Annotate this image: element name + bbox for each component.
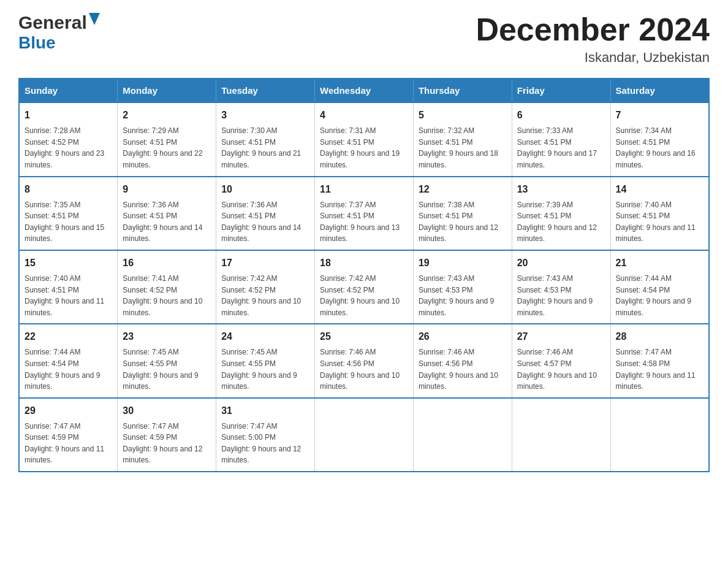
logo-blue-text: Blue	[18, 33, 56, 53]
day-of-week-header: Tuesday	[216, 79, 315, 102]
day-info: Sunrise: 7:42 AMSunset: 4:52 PMDaylight:…	[221, 273, 309, 318]
day-info: Sunrise: 7:44 AMSunset: 4:54 PMDaylight:…	[25, 347, 112, 392]
calendar-day-cell: 30Sunrise: 7:47 AMSunset: 4:59 PMDayligh…	[118, 398, 216, 472]
day-info: Sunrise: 7:35 AMSunset: 4:51 PMDaylight:…	[25, 199, 112, 245]
calendar-day-cell: 1Sunrise: 7:28 AMSunset: 4:52 PMDaylight…	[19, 102, 118, 176]
day-info: Sunrise: 7:47 AMSunset: 4:59 PMDaylight:…	[25, 421, 112, 466]
day-number: 20	[517, 256, 605, 270]
day-info: Sunrise: 7:42 AMSunset: 4:52 PMDaylight:…	[320, 273, 408, 318]
calendar-day-cell: 17Sunrise: 7:42 AMSunset: 4:52 PMDayligh…	[216, 250, 315, 324]
calendar-day-cell: 11Sunrise: 7:37 AMSunset: 4:51 PMDayligh…	[315, 177, 414, 250]
day-number: 11	[320, 182, 408, 197]
day-number: 5	[419, 108, 507, 123]
day-of-week-header: Thursday	[413, 79, 512, 102]
day-info: Sunrise: 7:45 AMSunset: 4:55 PMDaylight:…	[123, 347, 211, 392]
day-number: 14	[616, 182, 703, 197]
day-info: Sunrise: 7:30 AMSunset: 4:51 PMDaylight:…	[221, 125, 309, 170]
day-number: 3	[221, 108, 309, 123]
day-number: 26	[419, 329, 507, 344]
calendar-day-cell: 6Sunrise: 7:33 AMSunset: 4:51 PMDaylight…	[512, 102, 610, 176]
calendar-day-cell: 9Sunrise: 7:36 AMSunset: 4:51 PMDaylight…	[118, 177, 216, 250]
calendar-week-row: 29Sunrise: 7:47 AMSunset: 4:59 PMDayligh…	[19, 398, 709, 472]
day-info: Sunrise: 7:32 AMSunset: 4:51 PMDaylight:…	[419, 125, 507, 170]
day-info: Sunrise: 7:47 AMSunset: 4:58 PMDaylight:…	[616, 347, 703, 392]
title-section: December 2024 Iskandar, Uzbekistan	[476, 12, 710, 66]
calendar-day-cell: 4Sunrise: 7:31 AMSunset: 4:51 PMDaylight…	[315, 102, 414, 176]
day-info: Sunrise: 7:41 AMSunset: 4:52 PMDaylight:…	[123, 273, 211, 318]
day-info: Sunrise: 7:38 AMSunset: 4:51 PMDaylight:…	[419, 199, 507, 245]
day-info: Sunrise: 7:46 AMSunset: 4:56 PMDaylight:…	[419, 347, 507, 392]
day-info: Sunrise: 7:33 AMSunset: 4:51 PMDaylight:…	[517, 125, 605, 170]
day-number: 23	[123, 329, 211, 344]
calendar-day-cell: 26Sunrise: 7:46 AMSunset: 4:56 PMDayligh…	[413, 324, 512, 397]
day-info: Sunrise: 7:37 AMSunset: 4:51 PMDaylight:…	[320, 199, 408, 245]
day-number: 25	[320, 329, 408, 344]
calendar-day-cell: 22Sunrise: 7:44 AMSunset: 4:54 PMDayligh…	[19, 324, 118, 397]
day-number: 8	[25, 182, 112, 197]
calendar-day-cell: 3Sunrise: 7:30 AMSunset: 4:51 PMDaylight…	[216, 102, 315, 176]
day-number: 21	[616, 256, 703, 270]
calendar-day-cell: 8Sunrise: 7:35 AMSunset: 4:51 PMDaylight…	[19, 177, 118, 250]
day-info: Sunrise: 7:47 AMSunset: 5:00 PMDaylight:…	[221, 421, 309, 466]
day-info: Sunrise: 7:36 AMSunset: 4:51 PMDaylight:…	[221, 199, 309, 245]
calendar-week-row: 1Sunrise: 7:28 AMSunset: 4:52 PMDaylight…	[19, 102, 709, 176]
day-number: 6	[517, 108, 605, 123]
calendar-day-cell: 2Sunrise: 7:29 AMSunset: 4:51 PMDaylight…	[118, 102, 216, 176]
calendar-week-row: 22Sunrise: 7:44 AMSunset: 4:54 PMDayligh…	[19, 324, 709, 397]
day-number: 7	[616, 108, 703, 123]
day-number: 30	[123, 404, 211, 418]
day-info: Sunrise: 7:46 AMSunset: 4:56 PMDaylight:…	[320, 347, 408, 392]
calendar-day-cell: 28Sunrise: 7:47 AMSunset: 4:58 PMDayligh…	[610, 324, 709, 397]
calendar-day-cell: 18Sunrise: 7:42 AMSunset: 4:52 PMDayligh…	[315, 250, 414, 324]
day-number: 10	[221, 182, 309, 197]
calendar-week-row: 15Sunrise: 7:40 AMSunset: 4:51 PMDayligh…	[19, 250, 709, 324]
day-info: Sunrise: 7:44 AMSunset: 4:54 PMDaylight:…	[616, 273, 703, 318]
day-number: 16	[123, 256, 211, 270]
day-number: 13	[517, 182, 605, 197]
calendar-header-row: SundayMondayTuesdayWednesdayThursdayFrid…	[19, 79, 709, 102]
calendar-day-cell: 20Sunrise: 7:43 AMSunset: 4:53 PMDayligh…	[512, 250, 610, 324]
calendar-day-cell: 14Sunrise: 7:40 AMSunset: 4:51 PMDayligh…	[610, 177, 709, 250]
calendar-day-cell	[512, 398, 610, 472]
day-number: 2	[123, 108, 211, 123]
day-number: 15	[25, 256, 112, 270]
day-number: 27	[517, 329, 605, 344]
calendar-day-cell: 27Sunrise: 7:46 AMSunset: 4:57 PMDayligh…	[512, 324, 610, 397]
day-number: 12	[419, 182, 507, 197]
day-of-week-header: Sunday	[19, 79, 118, 102]
day-number: 1	[25, 108, 112, 123]
day-of-week-header: Friday	[512, 79, 610, 102]
day-number: 31	[221, 404, 309, 418]
calendar-day-cell: 15Sunrise: 7:40 AMSunset: 4:51 PMDayligh…	[19, 250, 118, 324]
day-number: 18	[320, 256, 408, 270]
calendar-day-cell: 7Sunrise: 7:34 AMSunset: 4:51 PMDaylight…	[610, 102, 709, 176]
calendar-day-cell: 10Sunrise: 7:36 AMSunset: 4:51 PMDayligh…	[216, 177, 315, 250]
calendar-day-cell: 12Sunrise: 7:38 AMSunset: 4:51 PMDayligh…	[413, 177, 512, 250]
day-info: Sunrise: 7:29 AMSunset: 4:51 PMDaylight:…	[123, 125, 211, 170]
day-number: 17	[221, 256, 309, 270]
day-info: Sunrise: 7:40 AMSunset: 4:51 PMDaylight:…	[616, 199, 703, 245]
day-info: Sunrise: 7:39 AMSunset: 4:51 PMDaylight:…	[517, 199, 605, 245]
day-number: 19	[419, 256, 507, 270]
day-number: 4	[320, 108, 408, 123]
calendar-day-cell: 16Sunrise: 7:41 AMSunset: 4:52 PMDayligh…	[118, 250, 216, 324]
day-of-week-header: Saturday	[610, 79, 709, 102]
day-number: 24	[221, 329, 309, 344]
day-info: Sunrise: 7:28 AMSunset: 4:52 PMDaylight:…	[25, 125, 112, 170]
day-number: 9	[123, 182, 211, 197]
calendar-day-cell: 5Sunrise: 7:32 AMSunset: 4:51 PMDaylight…	[413, 102, 512, 176]
day-info: Sunrise: 7:31 AMSunset: 4:51 PMDaylight:…	[320, 125, 408, 170]
month-title: December 2024	[476, 12, 710, 47]
logo-triangle-icon	[89, 13, 100, 28]
calendar-day-cell: 29Sunrise: 7:47 AMSunset: 4:59 PMDayligh…	[19, 398, 118, 472]
day-of-week-header: Monday	[118, 79, 216, 102]
calendar-day-cell: 25Sunrise: 7:46 AMSunset: 4:56 PMDayligh…	[315, 324, 414, 397]
calendar-day-cell: 21Sunrise: 7:44 AMSunset: 4:54 PMDayligh…	[610, 250, 709, 324]
calendar-day-cell: 23Sunrise: 7:45 AMSunset: 4:55 PMDayligh…	[118, 324, 216, 397]
svg-marker-0	[89, 13, 100, 25]
calendar-day-cell: 13Sunrise: 7:39 AMSunset: 4:51 PMDayligh…	[512, 177, 610, 250]
day-info: Sunrise: 7:34 AMSunset: 4:51 PMDaylight:…	[616, 125, 703, 170]
day-number: 28	[616, 329, 703, 344]
day-info: Sunrise: 7:47 AMSunset: 4:59 PMDaylight:…	[123, 421, 211, 466]
logo: General Blue	[18, 12, 100, 53]
